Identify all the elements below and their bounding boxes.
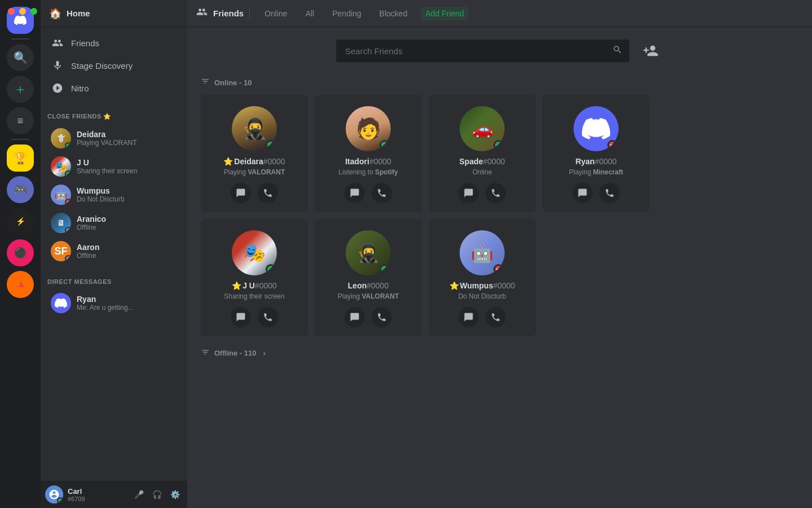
friend-name-aranico: Aranico	[77, 214, 177, 224]
call-leon-button[interactable]	[372, 307, 392, 327]
card-avatar-deidara: 🥷	[232, 106, 277, 151]
friend-card-itadori[interactable]: 🧑 Itadori#0000 Listening to Spotify	[315, 95, 422, 212]
friend-avatar-deidara: 🗡	[51, 128, 71, 148]
server-divider	[11, 38, 29, 40]
minimize-button[interactable]	[19, 8, 26, 15]
friends-grid-row2: 🎭 ⭐J U#0000 Sharing their screen 🥷	[187, 219, 812, 336]
sidebar-item-nitro[interactable]: Nitro	[45, 77, 183, 99]
server-icon-1[interactable]: 🏆	[7, 144, 34, 172]
call-deidara-button[interactable]	[258, 183, 278, 203]
friend-info-wumpus: Wumpus Do Not Discturb	[77, 186, 177, 203]
star-wumpus: ⭐	[449, 281, 459, 290]
card-name-wumpus: ⭐Wumpus#0000	[449, 281, 515, 290]
card-activity-deidara: Playing VALORANT	[224, 168, 285, 176]
add-server-button[interactable]: ＋	[7, 76, 34, 103]
wumpus-dnd-indicator	[493, 264, 504, 274]
friends-toolbar	[187, 27, 812, 72]
friend-card-wumpus[interactable]: 🤖 ⭐Wumpus#0000 Do Not Discturb	[429, 219, 536, 336]
maximize-button[interactable]	[30, 8, 37, 15]
server-icon-5[interactable]: 🔺	[7, 271, 34, 298]
sidebar-nav: Friends Stage Discovery Nitro	[41, 27, 187, 104]
message-deidara-button[interactable]	[231, 183, 251, 203]
card-actions-deidara	[231, 183, 278, 203]
home-header: 🏠 Home	[41, 0, 187, 27]
card-activity-wumpus: Do Not Discturb	[458, 292, 506, 300]
nav-add-friend[interactable]: Add Friend	[421, 7, 468, 20]
card-name-itadori: Itadori#0000	[345, 157, 391, 166]
friend-status-aranico: Offline	[77, 224, 177, 231]
friend-info-aranico: Aranico Offline	[77, 214, 177, 231]
friend-card-deidara[interactable]: 🥷 ⭐Deidara#0000 Playing VALORANT	[201, 95, 308, 212]
dm-section: Direct Messages Ryan Me: Are u getting..…	[41, 269, 187, 317]
friend-avatar-aranico: 🖥	[51, 213, 71, 233]
message-ryan-button[interactable]	[572, 183, 593, 203]
friend-card-ju[interactable]: 🎭 ⭐J U#0000 Sharing their screen	[201, 219, 308, 336]
call-ju-button[interactable]	[258, 307, 278, 327]
nav-online[interactable]: Online	[260, 7, 292, 20]
star-ju: ⭐	[232, 281, 241, 290]
message-wumpus-button[interactable]	[458, 307, 479, 327]
friend-item-deidara[interactable]: 🗡 Deidara Playing VALORANT	[45, 125, 183, 152]
sidebar-item-friends[interactable]: Friends	[45, 32, 183, 54]
card-actions-ryan	[572, 183, 620, 203]
close-button[interactable]	[8, 8, 15, 15]
friend-info-aaron: Aaron Offline	[77, 243, 177, 260]
friend-item-aranico[interactable]: 🖥 Aranico Offline	[45, 209, 183, 237]
ryan-dnd-indicator	[607, 140, 617, 150]
settings-button[interactable]: ⚙️	[167, 487, 183, 502]
user-status-dot	[57, 497, 63, 503]
message-ju-button[interactable]	[231, 307, 251, 327]
server-icon-3[interactable]: ⚡	[7, 208, 34, 235]
card-activity-leon: Playing VALORANT	[338, 292, 399, 300]
call-ryan-button[interactable]	[599, 183, 620, 203]
explore-servers-button[interactable]: ≡	[7, 107, 34, 134]
friend-item-ju[interactable]: 🎭 J U Sharing their screen	[45, 153, 183, 180]
card-status-spade	[493, 140, 504, 150]
offline-header[interactable]: Offline - 110 ›	[201, 345, 798, 361]
user-bar: Carl #6709 🎤 🎧 ⚙️	[41, 481, 187, 508]
friends-grid-row1: 🥷 ⭐Deidara#0000 Playing VALORANT 🧑	[187, 95, 812, 212]
search-input[interactable]	[336, 40, 629, 62]
offline-section: Offline - 110 ›	[187, 336, 812, 370]
status-dot-deidara	[65, 142, 71, 148]
mic-button[interactable]: 🎤	[131, 487, 147, 502]
friend-name-deidara: Deidara	[77, 130, 177, 139]
nav-all[interactable]: All	[301, 7, 319, 20]
nav-blocked[interactable]: Blocked	[375, 7, 412, 20]
card-actions-spade	[458, 183, 506, 203]
call-spade-button[interactable]	[486, 183, 506, 203]
dm-item-ryan[interactable]: Ryan Me: Are u getting...	[45, 290, 183, 317]
add-friend-button[interactable]	[638, 38, 663, 63]
chevron-right-icon: ›	[263, 349, 265, 357]
card-activity-ju: Sharing their screen	[224, 292, 284, 300]
call-itadori-button[interactable]	[372, 183, 392, 203]
call-wumpus-button[interactable]	[486, 307, 506, 327]
friend-name-aaron: Aaron	[77, 243, 177, 252]
friend-item-aaron[interactable]: SF Aaron Offline	[45, 238, 183, 265]
search-box	[336, 40, 629, 62]
search-server-button[interactable]: 🔍	[7, 44, 34, 71]
sidebar-item-stage-discovery[interactable]: Stage Discovery	[45, 54, 183, 77]
nav-pending[interactable]: Pending	[328, 7, 365, 20]
status-dot-aranico	[65, 227, 71, 233]
card-name-deidara: ⭐Deidara#0000	[223, 157, 285, 166]
status-dot-ju	[65, 170, 71, 177]
main-content: Online - 10 🥷 ⭐Deidara#0000 Playing VALO…	[187, 0, 812, 508]
star-deidara: ⭐	[223, 157, 233, 166]
friend-card-spade[interactable]: 🚗 Spade#0000 Online	[429, 95, 536, 212]
server-icon-2[interactable]: 🎮	[7, 176, 34, 203]
friend-item-wumpus[interactable]: 🤖 Wumpus Do Not Discturb	[45, 181, 183, 208]
message-leon-button[interactable]	[345, 307, 365, 327]
friends-header-title: Friends	[213, 8, 244, 18]
search-icon	[612, 45, 623, 57]
friend-card-ryan[interactable]: Ryan#0000 Playing Minecraft	[542, 95, 650, 212]
server-icon-4[interactable]: ⚫	[7, 239, 34, 266]
headphone-button[interactable]: 🎧	[149, 487, 165, 502]
card-actions-wumpus	[458, 307, 506, 327]
filter-icon	[201, 77, 210, 88]
message-itadori-button[interactable]	[345, 183, 365, 203]
user-avatar	[45, 485, 63, 503]
friend-card-leon[interactable]: 🥷 Leon#0000 Playing VALORANT	[315, 219, 422, 336]
message-spade-button[interactable]	[458, 183, 479, 203]
home-icon: 🏠	[50, 8, 61, 19]
